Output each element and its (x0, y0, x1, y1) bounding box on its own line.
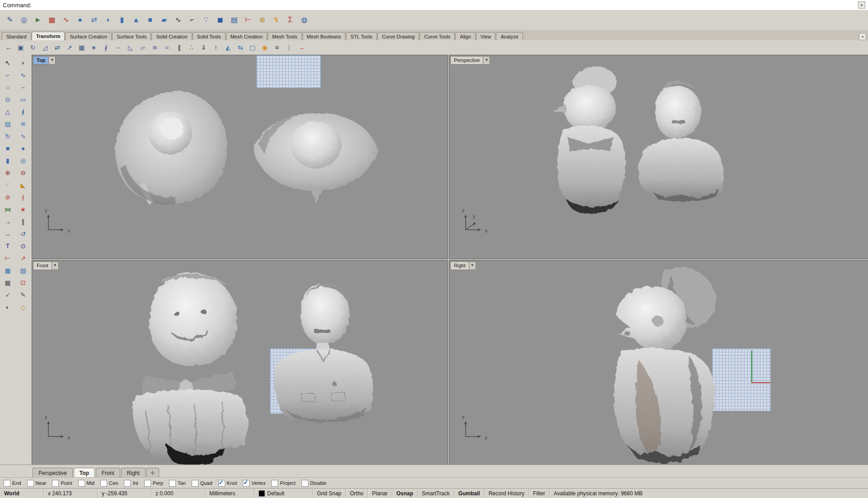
osnap-project[interactable]: Project (271, 480, 295, 487)
tab-mesh-tools[interactable]: Mesh Tools (268, 32, 302, 40)
cone-icon[interactable]: ▲ (130, 14, 142, 26)
checkbox-icon[interactable] (52, 480, 59, 487)
plane-icon[interactable]: ▰ (158, 14, 170, 26)
checkbox-icon[interactable] (243, 480, 250, 487)
curve-icon[interactable]: ∿ (17, 70, 29, 81)
sweep-icon[interactable]: ∿ (17, 131, 29, 142)
check-errors-icon[interactable]: ✓ (2, 289, 14, 300)
remap-icon[interactable]: ⇆ (235, 42, 246, 53)
boolean-difference-icon[interactable]: ⊖ (17, 167, 29, 178)
box-edit-icon[interactable]: ▢ (247, 42, 258, 53)
checkbox-icon[interactable] (302, 480, 308, 487)
viewport-tab-add[interactable]: ✛ (146, 468, 159, 478)
split-icon[interactable]: ∤ (17, 192, 29, 203)
osnap-near[interactable]: Near (27, 480, 47, 487)
viewport-top[interactable]: Top ▼ y x (32, 55, 448, 259)
ellipsoid-icon[interactable]: ◗ (102, 14, 114, 26)
osnap-quad[interactable]: Quad (192, 480, 212, 487)
checkbox-icon[interactable] (192, 480, 198, 487)
offset-icon[interactable]: ∥ (174, 42, 185, 53)
polygon-icon[interactable]: △ (2, 106, 14, 117)
loft-icon[interactable]: ≋ (17, 119, 29, 129)
distribute-icon[interactable]: ⋮ (283, 42, 295, 53)
checkbox-icon[interactable] (4, 480, 10, 487)
pull-icon[interactable]: ↑ (210, 42, 222, 53)
twist-icon[interactable]: ∮ (100, 42, 112, 53)
checkbox-icon[interactable] (144, 480, 151, 487)
fillet-icon[interactable]: ◜ (2, 180, 14, 190)
pane-ortho[interactable]: Ortho (346, 489, 368, 498)
osnap-vertex[interactable]: Vertex (243, 480, 265, 487)
osnap-disable[interactable]: Disable (302, 480, 327, 487)
osnap-int[interactable]: Int (124, 480, 138, 487)
viewport-menu-arrow-icon[interactable]: ▼ (469, 262, 476, 270)
viewport-right[interactable]: Right ▼ z y (449, 260, 868, 466)
tab-curve-drawing[interactable]: Curve Drawing (377, 32, 420, 40)
trim-icon[interactable]: ⊘ (2, 192, 14, 203)
dimension-icon[interactable]: ⊢ (2, 253, 14, 264)
zoom-icon[interactable]: ◎ (18, 14, 30, 26)
gumball-icon[interactable]: ◉ (259, 42, 270, 53)
gear-icon[interactable]: ⊛ (256, 14, 269, 26)
osnap-perp[interactable]: Perp (144, 480, 163, 487)
osnap-point[interactable]: Point (52, 480, 72, 487)
layer-color-swatch[interactable] (259, 490, 265, 497)
offset-icon[interactable]: ∥ (17, 216, 29, 227)
tab-mesh-creation[interactable]: Mesh Creation (226, 32, 268, 40)
bend-icon[interactable]: ⌢ (113, 42, 124, 53)
orient-surface-icon[interactable]: ◭ (222, 42, 234, 53)
taper-icon[interactable]: ◺ (125, 42, 136, 53)
pane-smarttrack[interactable]: SmartTrack (418, 489, 454, 498)
tab-mesh-booleans[interactable]: Mesh Booleans (302, 32, 346, 40)
smooth-icon[interactable]: ≈ (161, 42, 173, 53)
command-bar[interactable]: Command: ▾ (0, 0, 868, 11)
osnap-tan[interactable]: Tan (169, 480, 186, 487)
viewport-tab-right[interactable]: Right (121, 468, 146, 478)
tab-transform[interactable]: Transform (32, 32, 65, 40)
project-icon[interactable]: ⇓ (198, 42, 209, 53)
pane-filter[interactable]: Filter (529, 489, 550, 498)
pane-osnap[interactable]: Osnap (392, 489, 418, 498)
rectangle-icon[interactable]: ▭ (17, 94, 29, 105)
checkbox-icon[interactable] (78, 480, 85, 487)
tab-analyze[interactable]: Analyze (496, 32, 523, 40)
sphere-icon[interactable]: ● (74, 14, 86, 26)
osnap-end[interactable]: End (4, 480, 21, 487)
mesh-icon[interactable]: ▦ (2, 265, 14, 276)
mesh-busts-right-view[interactable] (614, 267, 716, 463)
lightning-icon[interactable]: ↯ (270, 14, 283, 26)
pan-view-icon[interactable]: ► (32, 14, 44, 26)
tab-surface-creation[interactable]: Surface Creation (65, 32, 112, 40)
select-pointer-icon[interactable]: ↖ (2, 57, 14, 68)
viewport-menu-arrow-icon[interactable]: ▼ (483, 57, 490, 64)
grid-icon[interactable]: ▩ (2, 277, 14, 288)
viewport-title-top[interactable]: Top ▼ (33, 56, 56, 65)
mirror-icon[interactable]: ⇄ (88, 14, 100, 26)
block-icon[interactable]: ⊡ (17, 277, 29, 288)
dimension-icon[interactable]: ⊢ (242, 14, 255, 26)
flow-icon[interactable]: ≋ (149, 42, 160, 53)
text-icon[interactable]: T (2, 241, 14, 251)
tab-solid-tools[interactable]: Solid Tools (193, 32, 226, 40)
tab-standard[interactable]: Standard (2, 32, 31, 40)
tab-curve-tools[interactable]: Curve Tools (420, 32, 455, 40)
globe-icon[interactable]: ◍ (298, 14, 311, 26)
explode-icon[interactable]: ∗ (17, 204, 29, 215)
pane-record-history[interactable]: Record History (485, 489, 529, 498)
align-icon[interactable]: ≡ (271, 42, 283, 53)
pipe-icon[interactable]: ◎ (17, 155, 29, 166)
viewport-tab-front[interactable]: Front (96, 468, 120, 478)
checkbox-icon[interactable] (124, 480, 131, 487)
mesh-patch-icon[interactable]: ▧ (17, 265, 29, 276)
analysis-icon[interactable]: Σ (284, 14, 297, 26)
pane-gumball[interactable]: Gumball (454, 489, 485, 498)
copy-icon[interactable]: ▣ (15, 42, 26, 53)
helix-icon[interactable]: ∮ (17, 106, 29, 117)
checkbox-icon[interactable] (218, 480, 225, 487)
tab-overflow-button[interactable]: ▾ (859, 33, 866, 40)
viewport-perspective[interactable]: Perspective ▼ z y x (449, 55, 868, 259)
orient-icon[interactable]: ↗ (64, 42, 75, 53)
graph-icon[interactable]: ∿ (60, 14, 72, 26)
annotation-dot-icon[interactable]: ⊙ (17, 241, 29, 251)
checkbox-icon[interactable] (169, 480, 176, 487)
